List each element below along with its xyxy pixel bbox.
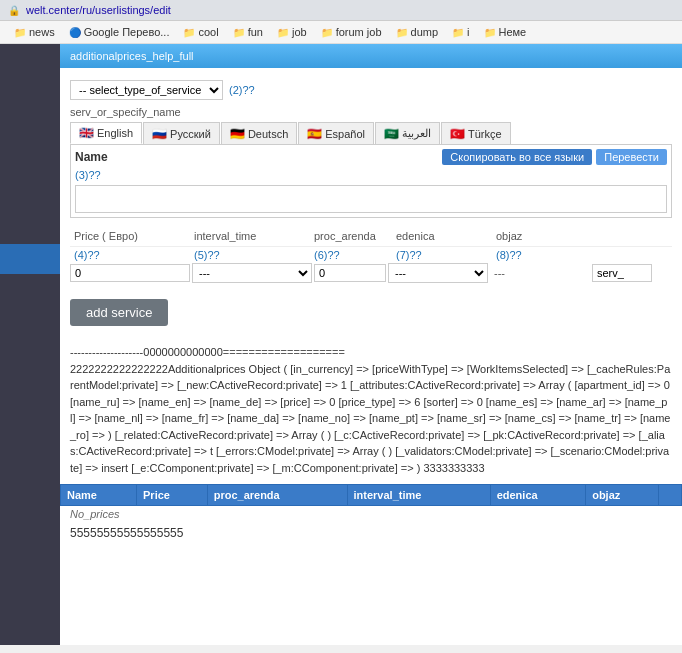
bookmark-dump[interactable]: 📁 dump [390, 24, 445, 40]
th-interval-time: interval_time [347, 485, 490, 506]
proc-arenda-input[interactable] [314, 264, 386, 282]
browser-bar: 🔒 welt.center/ru/userlistings/edit [0, 0, 682, 21]
folder-icon: 📁 [183, 27, 195, 38]
hint-empty [592, 249, 672, 261]
th-edenica: edenica [490, 485, 586, 506]
edenica-select-cell: --- [388, 263, 488, 283]
bookmark-neme[interactable]: 📁 Неме [478, 24, 533, 40]
tab-label-de: Deutsch [248, 128, 288, 140]
service-type-select[interactable]: -- select_type_of_service [70, 80, 223, 100]
flag-de: 🇩🇪 [230, 127, 245, 141]
price-col-header-price: Price ( Евро) [70, 226, 190, 247]
service-hint: (2)?? [229, 84, 255, 96]
service-section: -- select_type_of_service (2)?? serv_or_… [60, 76, 682, 340]
add-service-button[interactable]: add service [70, 299, 168, 326]
th-name: Name [61, 485, 137, 506]
content-area: additionalprices_help_full -- select_typ… [60, 44, 682, 645]
tab-german[interactable]: 🇩🇪 Deutsch [221, 122, 297, 144]
serv-input-cell [592, 264, 672, 282]
lang-tabs: 🇬🇧 English 🇷🇺 Русский 🇩🇪 Deutsch 🇪🇸 Espa… [70, 122, 672, 144]
bookmark-news[interactable]: 📁 news [8, 24, 61, 40]
folder-icon: 📁 [233, 27, 245, 38]
price-input[interactable] [70, 264, 190, 282]
bookmark-label: Неме [499, 26, 527, 38]
name-input-field[interactable] [75, 185, 667, 213]
url-domain: welt.center [26, 4, 79, 16]
flag-tr: 🇹🇷 [450, 127, 465, 141]
edenica-select[interactable]: --- [388, 263, 488, 283]
main-container: additionalprices_help_full -- select_typ… [0, 44, 682, 645]
flag-es: 🇪🇸 [307, 127, 322, 141]
debug-text-area: --------------------0000000000000=======… [60, 340, 682, 480]
lock-icon: 🔒 [8, 5, 20, 16]
hint-objaz: (8)?? [492, 249, 592, 261]
bookmark-forum-job[interactable]: 📁 forum job [315, 24, 388, 40]
price-col-header-interval: interval_time [190, 226, 310, 247]
bookmark-cool[interactable]: 📁 cool [177, 24, 224, 40]
copy-all-languages-button[interactable]: Скопировать во все языки [442, 149, 592, 165]
debug-content: --------------------0000000000000=======… [70, 346, 673, 474]
th-objaz: objaz [586, 485, 659, 506]
select-row: -- select_type_of_service (2)?? [70, 80, 672, 100]
sidebar-blue-block [0, 244, 60, 274]
bottom-table: Name Price proc_arenda interval_time ede… [60, 484, 682, 506]
bookmark-i[interactable]: 📁 i [446, 24, 475, 40]
no-prices-label: No_prices [60, 506, 682, 522]
url-path: /ru/userlistings/edit [79, 4, 171, 16]
bookmark-fun[interactable]: 📁 fun [227, 24, 269, 40]
price-col-header-empty [592, 226, 672, 247]
hint-proc: (6)?? [310, 249, 392, 261]
price-col-header-objaz: objaz [492, 226, 592, 247]
interval-select-cell: --- [192, 263, 312, 283]
flag-en: 🇬🇧 [79, 126, 94, 140]
tab-label-tr: Türkçe [468, 128, 502, 140]
hint-price: (4)?? [70, 249, 190, 261]
th-proc-arenda: proc_arenda [207, 485, 347, 506]
folder-icon: 📁 [14, 27, 26, 38]
name-label: Name [75, 150, 108, 164]
price-table-header: Price ( Евро) interval_time proc_arenda … [70, 226, 672, 247]
interval-select[interactable]: --- [192, 263, 312, 283]
flag-ar: 🇸🇦 [384, 127, 399, 141]
price-hint-row: (4)?? (5)?? (6)?? (7)?? (8)?? [70, 249, 672, 261]
folder-icon: 📁 [484, 27, 496, 38]
serv-or-specify-label: serv_or_specify_name [70, 106, 672, 118]
bookmarks-bar: 📁 news 🔵 Google Перево... 📁 cool 📁 fun 📁… [0, 21, 682, 44]
tab-turkish[interactable]: 🇹🇷 Türkçe [441, 122, 511, 144]
bookmark-label: forum job [336, 26, 382, 38]
bookmark-google-translate[interactable]: 🔵 Google Перево... [63, 24, 176, 40]
tab-russian[interactable]: 🇷🇺 Русский [143, 122, 220, 144]
serv-input[interactable] [592, 264, 652, 282]
tab-label-en: English [97, 127, 133, 139]
tab-arabic[interactable]: 🇸🇦 العربية [375, 122, 440, 144]
price-col-header-edenica: edenica [392, 226, 492, 247]
bookmark-label: job [292, 26, 307, 38]
objaz-cell: --- [490, 267, 590, 279]
hint-edenica: (7)?? [392, 249, 492, 261]
tab-english[interactable]: 🇬🇧 English [70, 122, 142, 144]
tab-spanish[interactable]: 🇪🇸 Español [298, 122, 374, 144]
bottom-number-text: 55555555555555555 [70, 526, 183, 540]
th-actions [658, 485, 681, 506]
folder-icon: 📁 [396, 27, 408, 38]
folder-icon: 📁 [321, 27, 333, 38]
name-box-header: Name Скопировать во все языки Перевести [75, 149, 667, 165]
translate-button[interactable]: Перевести [596, 149, 667, 165]
folder-icon: 📁 [277, 27, 289, 38]
tab-label-ar: العربية [402, 127, 431, 140]
flag-ru: 🇷🇺 [152, 127, 167, 141]
bookmark-label: fun [248, 26, 263, 38]
objaz-value: --- [490, 265, 509, 281]
bookmark-job[interactable]: 📁 job [271, 24, 313, 40]
copy-translate-buttons: Скопировать во все языки Перевести [442, 149, 667, 165]
price-input-row: --- --- --- [70, 263, 672, 283]
name-hint: (3)?? [75, 169, 667, 181]
no-prices-text: No_prices [70, 508, 120, 520]
top-banner: additionalprices_help_full [60, 44, 682, 68]
name-box: Name Скопировать во все языки Перевести … [70, 144, 672, 218]
tab-label-es: Español [325, 128, 365, 140]
hint-interval: (5)?? [190, 249, 310, 261]
proc-input-cell [314, 264, 386, 282]
folder-icon: 📁 [452, 27, 464, 38]
price-col-header-proc: proc_arenda [310, 226, 392, 247]
